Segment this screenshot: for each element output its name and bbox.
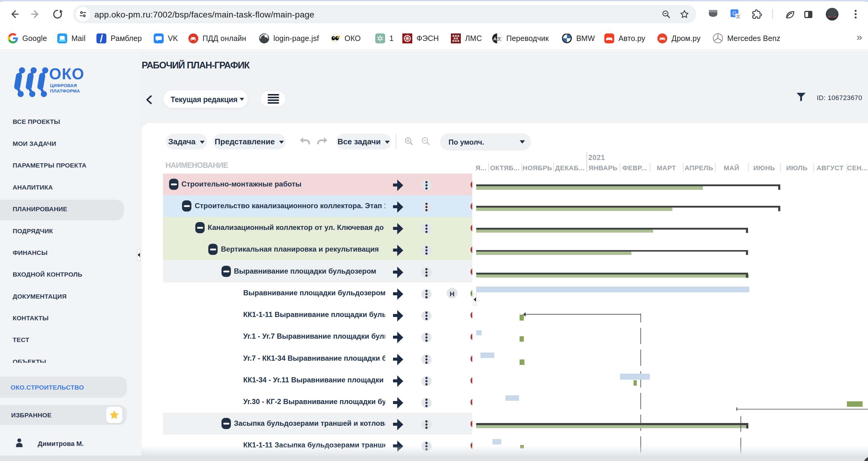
svg-text:BMW: BMW	[566, 33, 568, 34]
svg-text:文: 文	[736, 14, 740, 19]
svg-text:文: 文	[497, 36, 501, 41]
svg-text:А: А	[493, 36, 497, 41]
